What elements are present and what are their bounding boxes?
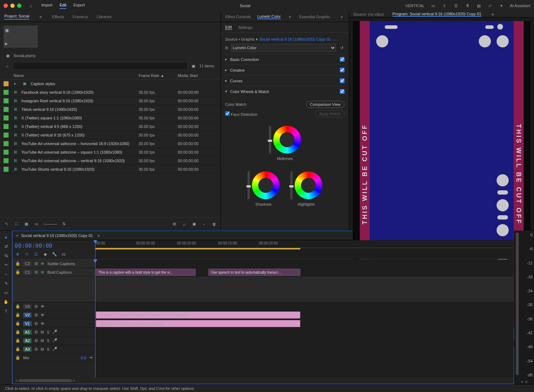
v1-clip[interactable]: fx Replace this layer with your content xyxy=(96,320,300,327)
track-v2[interactable]: fx Overlay – Delete or hide this layer b… xyxy=(95,311,514,319)
label-swatch[interactable] xyxy=(4,141,9,146)
eye-icon[interactable]: 👁 xyxy=(41,313,45,317)
section-basic-correction[interactable]: ▸ Basic Correction xyxy=(225,54,344,65)
tab-libraries[interactable]: Libraries xyxy=(97,15,112,19)
label-swatch[interactable] xyxy=(4,98,9,103)
track-a1[interactable] xyxy=(95,328,514,336)
track-c1[interactable]: This is a caption with a bold style to g… xyxy=(95,268,514,277)
table-row[interactable]: ⊞Instagram Reel vertical 9:16 (1080x1920… xyxy=(0,97,221,105)
face-detection-checkbox[interactable] xyxy=(225,111,230,116)
sync-icon[interactable]: ⊟ xyxy=(35,304,38,309)
close-window-button[interactable] xyxy=(4,4,8,8)
apply-match-button[interactable]: Apply Match xyxy=(315,110,344,117)
table-row[interactable]: ⊞X (Twitter) vertical 9:16 (675 x 1200)3… xyxy=(0,131,221,139)
track-select-tool-icon[interactable]: ⇄ xyxy=(3,243,9,249)
hand-tool-icon[interactable]: ✋ xyxy=(3,299,9,305)
tab-essential-graphic[interactable]: Essential Graphic xyxy=(299,15,330,19)
chat-icon[interactable]: ▤ xyxy=(476,3,482,9)
new-item-icon[interactable]: ▫ xyxy=(201,221,207,227)
quickexport-icon[interactable]: ☰ xyxy=(453,3,459,9)
label-swatch[interactable] xyxy=(4,124,9,129)
tab-project[interactable]: Project: Social xyxy=(4,14,29,20)
new-bin-button[interactable]: ▣ xyxy=(191,221,197,227)
tab-lumetri-color[interactable]: Lumetri Color xyxy=(257,14,281,19)
table-row[interactable]: ⊞X (Twitter) square 1:1 (1080x1080)30.00… xyxy=(0,114,221,122)
basic-correction-toggle[interactable] xyxy=(340,57,344,62)
workspace-icon[interactable]: ▭ xyxy=(430,3,436,9)
razor-tool-icon[interactable]: ✂ xyxy=(3,262,9,268)
ai-icon[interactable]: ✦ xyxy=(499,3,504,9)
eye-icon[interactable]: 👁 xyxy=(41,321,45,326)
solo-buttons[interactable]: s s xyxy=(514,379,534,384)
tab-program[interactable]: Program: Social vertical 9:16 (1080x1920… xyxy=(393,12,481,17)
lock-icon[interactable]: 🔒 xyxy=(15,321,20,326)
search-input[interactable] xyxy=(13,62,188,70)
rectangle-tool-icon[interactable]: ▭ xyxy=(3,290,9,295)
lock-icon[interactable]: 🔒 xyxy=(15,270,20,274)
reset-icon[interactable]: ↺ xyxy=(339,45,344,51)
minimize-window-button[interactable] xyxy=(10,4,15,8)
close-seq-icon[interactable]: × xyxy=(16,233,18,238)
section-curves[interactable]: ▸ Curves xyxy=(225,75,344,86)
col-framerate[interactable]: Frame Rate ▲ xyxy=(139,73,178,78)
section-color-wheels[interactable]: ▾ Color Wheels & Match xyxy=(225,86,344,97)
vertical-label[interactable]: VERTICAL xyxy=(405,4,425,8)
time-ruler[interactable]: :00:0000:00:05:0000:00:10:0000:00:15:000… xyxy=(95,240,514,248)
type-tool-icon[interactable]: T xyxy=(3,308,9,314)
label-swatch[interactable] xyxy=(4,167,9,172)
track-v1[interactable]: fx Replace this layer with your content xyxy=(95,319,514,328)
table-row[interactable]: ▸▣Caption styles xyxy=(0,79,221,88)
track-header-v3[interactable]: 🔒V3⊟👁 xyxy=(12,302,95,311)
table-row[interactable]: ⊞YouTube Shorts vertical 9:16 (1080x1920… xyxy=(0,165,221,174)
tab-frameio[interactable]: Frame.io xyxy=(73,15,88,19)
sort-icon-bottom[interactable]: ⇅ xyxy=(61,221,67,227)
col-mediastart[interactable]: Media Start xyxy=(178,73,217,78)
sync-icon[interactable]: ⊟ xyxy=(35,347,38,351)
zoom-handle-right[interactable]: ○ xyxy=(73,378,75,383)
list-view-icon[interactable]: ☷ xyxy=(14,221,19,227)
track-a2[interactable] xyxy=(95,336,514,345)
v2-clip[interactable]: fx Overlay – Delete or hide this layer b… xyxy=(96,311,300,319)
mic-icon[interactable]: 🎤 xyxy=(52,347,57,351)
sync-icon[interactable]: ⊟ xyxy=(35,338,38,343)
sync-icon[interactable]: ⊟ xyxy=(35,313,38,317)
subtab-edit[interactable]: Edit xyxy=(225,25,232,30)
selection-tool-icon[interactable]: ▲ xyxy=(3,234,9,240)
highlights-wheel[interactable] xyxy=(295,171,322,199)
lock-icon[interactable]: 🔒 xyxy=(15,330,20,334)
eye-icon[interactable]: 👁 xyxy=(41,270,45,274)
sequence-name[interactable]: Social vertical 9:16 (1080x1920) Copy 01 xyxy=(21,233,93,238)
track-v3[interactable] xyxy=(95,302,514,311)
track-header-mix[interactable]: 🔒Mix0.0⇥ xyxy=(12,354,95,362)
table-row[interactable]: ⊞YouTube Ad universal safezone – horizon… xyxy=(0,139,221,148)
label-swatch[interactable] xyxy=(4,90,9,95)
nav-edit[interactable]: Edit xyxy=(59,3,66,9)
curves-toggle[interactable] xyxy=(340,78,344,83)
settings-wrench-icon[interactable]: 🔧 xyxy=(52,251,57,257)
table-row[interactable]: ⊞Facebook story vertical 9:16 (1080x1920… xyxy=(0,88,221,97)
comparison-view-button[interactable]: Comparison View xyxy=(306,101,344,108)
nav-import[interactable]: Import xyxy=(41,3,52,9)
label-swatch[interactable] xyxy=(4,158,9,163)
snap-icon[interactable]: ⊓ xyxy=(24,251,30,257)
caption-clip-1[interactable]: This is a caption with a bold style to g… xyxy=(96,269,196,276)
track-a3[interactable] xyxy=(95,345,514,354)
label-swatch[interactable] xyxy=(4,81,9,86)
sync-icon[interactable]: ⊟ xyxy=(35,330,38,334)
mic-icon[interactable]: 🎤 xyxy=(52,338,57,343)
creative-toggle[interactable] xyxy=(340,68,344,72)
table-row[interactable]: ⊞YouTube Ad universal safezone – vertica… xyxy=(0,156,221,165)
eye-icon[interactable]: 👁 xyxy=(41,304,45,309)
caption-clip-2[interactable]: Use speech to text to automatically tran… xyxy=(208,269,300,276)
highlights-slider[interactable] xyxy=(290,171,292,199)
freeform-view-icon[interactable]: ▭ xyxy=(33,221,39,227)
track-c2[interactable] xyxy=(95,259,514,268)
subtab-settings[interactable]: Settings xyxy=(238,25,253,30)
prog-menu-icon[interactable]: ≡ xyxy=(490,11,496,17)
share-icon[interactable]: ⇪ xyxy=(442,3,447,9)
lock-icon[interactable]: 🔒 xyxy=(15,347,20,351)
label-swatch[interactable] xyxy=(4,107,9,112)
sync-icon[interactable]: ⊟ xyxy=(35,261,38,266)
lock-icon[interactable]: 🔒 xyxy=(15,338,20,343)
fullscreen-icon[interactable]: ⤢ xyxy=(487,3,493,9)
